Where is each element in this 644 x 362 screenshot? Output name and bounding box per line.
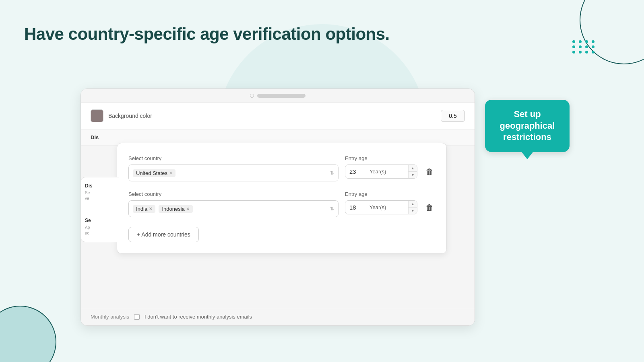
tooltip-text: Set up geographical restrictions — [500, 109, 555, 142]
delete-row-1[interactable]: 🗑 — [424, 166, 435, 178]
sidebar-sec1-desc: Seve — [85, 190, 115, 202]
age-down-1[interactable]: ▼ — [409, 172, 417, 178]
country-tag-india: India × — [133, 205, 155, 213]
age-number-2[interactable] — [345, 201, 367, 214]
dots-grid — [572, 40, 596, 53]
left-sidebar-panel: Dis Seve Se Apac — [80, 177, 119, 242]
country-tag-india-label: India — [136, 206, 147, 212]
titlebar-bar — [257, 94, 305, 98]
entry-age-wrapper-2: Entry age Year(s) ▲ ▼ — [345, 191, 417, 214]
country-select-1[interactable]: United States × ⇅ — [128, 165, 339, 181]
select-arrow-1: ⇅ — [330, 170, 334, 176]
country-tag-us: United States × — [133, 169, 175, 177]
country-tag-indonesia-label: Indonesia — [162, 206, 184, 212]
age-number-1[interactable] — [345, 165, 367, 178]
monthly-analysis-label: Monthly analysis — [91, 314, 129, 320]
select-arrow-2: ⇅ — [330, 206, 334, 212]
country-tag-india-close[interactable]: × — [149, 206, 152, 212]
country-select-wrapper-1: Select country United States × ⇅ — [128, 155, 339, 181]
age-input-row-1: Year(s) ▲ ▼ — [345, 165, 417, 179]
country-row-1: Select country United States × ⇅ Entry a… — [128, 155, 435, 181]
age-unit-1: Year(s) — [367, 165, 408, 178]
sidebar-sec2-desc: Apac — [85, 225, 115, 236]
country-tag-indonesia-close[interactable]: × — [186, 206, 190, 212]
country-tag-us-close[interactable]: × — [169, 170, 172, 176]
titlebar-circle — [250, 94, 254, 98]
country-row-2: Select country India × Indonesia × ⇅ Ent… — [128, 191, 435, 217]
bg-color-label: Background color — [108, 113, 436, 119]
delete-wrapper-1: 🗑 — [424, 155, 435, 178]
country-select-wrapper-2: Select country India × Indonesia × ⇅ — [128, 191, 339, 217]
select-country-label-2: Select country — [128, 191, 339, 197]
bg-circle-top-right — [580, 0, 644, 64]
select-country-label-1: Select country — [128, 155, 339, 161]
sidebar-sec2-title: Se — [85, 218, 115, 223]
monthly-checkbox-label: I don't want to receive monthly analysis… — [144, 314, 252, 320]
age-up-1[interactable]: ▲ — [409, 165, 417, 172]
delete-row-2[interactable]: 🗑 — [424, 202, 435, 214]
color-swatch[interactable] — [91, 109, 103, 122]
age-unit-2: Year(s) — [367, 201, 408, 214]
sidebar-sec1-title: Dis — [85, 183, 115, 189]
page-title: Have country-specific age verification o… — [24, 24, 390, 44]
tooltip-bubble: Set up geographical restrictions — [485, 100, 570, 152]
age-down-2[interactable]: ▼ — [409, 208, 417, 214]
bg-color-row: Background color — [81, 103, 475, 129]
bg-circle-bottom-left — [0, 306, 56, 362]
age-up-2[interactable]: ▲ — [409, 201, 417, 208]
delete-wrapper-2: 🗑 — [424, 191, 435, 214]
age-spinner-2: ▲ ▼ — [408, 201, 417, 214]
country-select-2[interactable]: India × Indonesia × ⇅ — [128, 200, 339, 217]
monthly-checkbox[interactable] — [134, 314, 140, 320]
age-spinner-1: ▲ ▼ — [408, 165, 417, 178]
add-countries-button[interactable]: + Add more countries — [128, 227, 199, 242]
country-tag-indonesia: Indonesia × — [159, 205, 193, 213]
entry-age-wrapper-1: Entry age Year(s) ▲ ▼ — [345, 155, 417, 179]
country-tag-us-label: United States — [136, 170, 167, 176]
entry-age-label-1: Entry age — [345, 155, 417, 161]
opacity-input[interactable] — [441, 110, 465, 122]
entry-age-label-2: Entry age — [345, 191, 417, 197]
footer-row: Monthly analysis I don't want to receive… — [81, 308, 475, 325]
age-input-row-2: Year(s) ▲ ▼ — [345, 200, 417, 214]
inner-panel: Select country United States × ⇅ Entry a… — [117, 143, 447, 254]
dis-label: Dis — [91, 134, 99, 140]
browser-titlebar — [81, 89, 475, 103]
